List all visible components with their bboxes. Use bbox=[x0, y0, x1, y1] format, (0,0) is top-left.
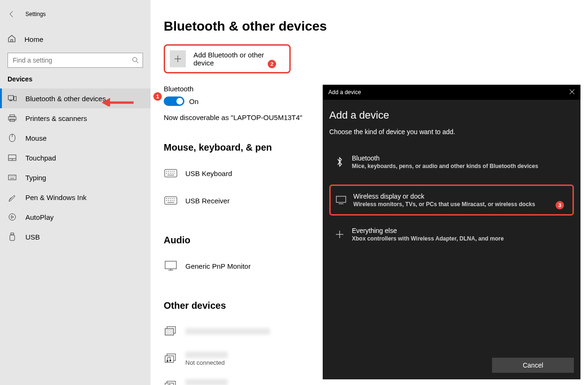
touchpad-icon bbox=[8, 154, 17, 161]
annotation-step-3: 3 bbox=[556, 201, 564, 209]
svg-point-55 bbox=[167, 360, 168, 362]
home-icon bbox=[8, 34, 16, 44]
pen-icon bbox=[8, 193, 17, 201]
search-icon[interactable] bbox=[132, 56, 139, 65]
window-title: Settings bbox=[25, 11, 46, 17]
svg-rect-6 bbox=[8, 117, 16, 120]
plus-icon bbox=[334, 230, 345, 239]
svg-rect-4 bbox=[14, 96, 16, 101]
search-input[interactable] bbox=[8, 53, 143, 68]
svg-rect-3 bbox=[9, 100, 12, 101]
sidebar-item-label: Printers & scanners bbox=[25, 114, 87, 122]
close-icon[interactable] bbox=[569, 88, 575, 96]
sidebar-item-label: Pen & Windows Ink bbox=[25, 193, 87, 201]
device-icon bbox=[164, 326, 178, 337]
option-title: Wireless display or dock bbox=[353, 192, 535, 200]
svg-point-56 bbox=[169, 360, 171, 361]
printer-icon bbox=[8, 114, 17, 122]
dialog-option-everything-else[interactable]: Everything else Xbox controllers with Wi… bbox=[329, 220, 574, 249]
option-desc: Mice, keyboards, pens, or audio and othe… bbox=[352, 163, 538, 169]
dialog-option-wireless-display[interactable]: Wireless display or dock Wireless monito… bbox=[329, 184, 574, 216]
svg-rect-2 bbox=[8, 96, 14, 100]
settings-sidebar: Settings Home Devices Bluetooth & other … bbox=[0, 0, 151, 385]
option-title: Everything else bbox=[352, 227, 504, 234]
media-device-icon bbox=[164, 381, 178, 385]
device-name: Generic PnP Monitor bbox=[185, 262, 251, 270]
redacted-text bbox=[185, 352, 228, 358]
device-name: USB Keyboard bbox=[185, 169, 232, 177]
dialog-titlebar-text: Add a device bbox=[328, 89, 361, 96]
sidebar-item-bluetooth[interactable]: Bluetooth & other devices bbox=[0, 88, 151, 108]
bluetooth-icon bbox=[334, 157, 345, 167]
svg-point-19 bbox=[9, 214, 16, 220]
dialog-option-bluetooth[interactable]: Bluetooth Mice, keyboards, pens, or audi… bbox=[329, 148, 574, 176]
sidebar-item-label: Mouse bbox=[25, 134, 47, 142]
page-title: Bluetooth & other devices bbox=[164, 19, 575, 34]
svg-rect-52 bbox=[165, 329, 174, 335]
svg-rect-48 bbox=[165, 261, 176, 269]
sidebar-item-typing[interactable]: Typing bbox=[0, 168, 151, 187]
svg-rect-65 bbox=[336, 196, 346, 202]
bluetooth-toggle-state: On bbox=[189, 97, 199, 105]
redacted-text bbox=[185, 328, 270, 335]
sidebar-item-touchpad[interactable]: Touchpad bbox=[0, 148, 151, 168]
option-desc: Xbox controllers with Wireless Adapter, … bbox=[352, 235, 504, 242]
add-device-dialog: Add a device Add a device Choose the kin… bbox=[323, 85, 580, 379]
sidebar-item-label: AutoPlay bbox=[25, 213, 54, 221]
svg-rect-54 bbox=[165, 356, 174, 362]
sidebar-item-mouse[interactable]: Mouse bbox=[0, 128, 151, 148]
keyboard-icon bbox=[164, 196, 178, 205]
option-desc: Wireless monitors, TVs, or PCs that use … bbox=[353, 201, 535, 208]
sidebar-item-label: Bluetooth & other devices bbox=[25, 95, 106, 103]
annotation-step-2: 2 bbox=[268, 60, 276, 68]
svg-line-1 bbox=[136, 61, 138, 63]
sidebar-item-label: Typing bbox=[25, 174, 46, 182]
dialog-subheading: Choose the kind of device you want to ad… bbox=[329, 128, 574, 136]
monitor-icon bbox=[164, 261, 178, 271]
cancel-button[interactable]: Cancel bbox=[492, 358, 574, 373]
svg-point-0 bbox=[133, 57, 137, 62]
svg-rect-13 bbox=[8, 175, 16, 180]
option-title: Bluetooth bbox=[352, 154, 538, 162]
svg-rect-5 bbox=[10, 115, 15, 117]
sidebar-item-printers[interactable]: Printers & scanners bbox=[0, 108, 151, 128]
display-icon bbox=[335, 196, 347, 204]
redacted-text bbox=[185, 379, 228, 385]
back-icon[interactable] bbox=[8, 10, 16, 18]
sidebar-item-pen[interactable]: Pen & Windows Ink bbox=[0, 187, 151, 207]
svg-rect-21 bbox=[10, 235, 15, 241]
sidebar-section-label: Devices bbox=[0, 75, 151, 83]
dialog-heading: Add a device bbox=[329, 109, 574, 121]
usb-icon bbox=[8, 233, 17, 241]
bluetooth-toggle[interactable] bbox=[164, 96, 184, 106]
sidebar-item-label: USB bbox=[25, 233, 40, 241]
sidebar-home-label: Home bbox=[24, 35, 43, 43]
sidebar-item-usb[interactable]: USB bbox=[0, 227, 151, 247]
mouse-icon bbox=[8, 134, 17, 142]
device-name: USB Receiver bbox=[185, 197, 230, 205]
sidebar-item-label: Touchpad bbox=[25, 154, 56, 162]
autoplay-icon bbox=[8, 213, 17, 221]
add-device-button[interactable]: Add Bluetooth or other device 2 bbox=[164, 44, 291, 73]
keyboard-icon bbox=[164, 169, 178, 177]
device-status: Not connected bbox=[185, 359, 228, 366]
keyboard-icon bbox=[8, 175, 17, 180]
devices-icon bbox=[8, 95, 17, 102]
media-device-icon bbox=[164, 353, 178, 364]
plus-icon bbox=[170, 50, 186, 67]
sidebar-home[interactable]: Home bbox=[0, 29, 151, 49]
svg-rect-20 bbox=[11, 233, 14, 235]
sidebar-item-autoplay[interactable]: AutoPlay bbox=[0, 207, 151, 227]
